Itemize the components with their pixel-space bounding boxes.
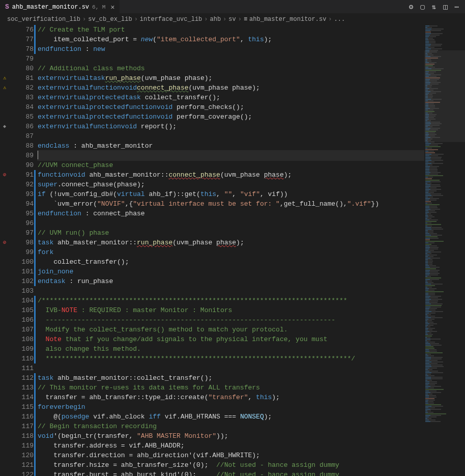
code-line[interactable]: extern virtual protected task collect_tr… (38, 93, 465, 102)
code-line[interactable]: void'(begin_tr(transfer, "AHB MASTER Mon… (38, 431, 465, 441)
code-line[interactable]: IVB-NOTE : REQUIRED : master Monitor : M… (38, 305, 465, 315)
code-line[interactable]: endtask : run_phase (38, 276, 465, 286)
breadcrumb-item[interactable]: interface_uvc_lib (140, 16, 202, 23)
code-line[interactable]: extern virtual function void connect_pha… (38, 83, 465, 93)
code-line[interactable] (38, 218, 465, 228)
breadcrumb-item[interactable]: sv (228, 16, 236, 23)
breadcrumb-item[interactable]: ahb_master_monitor.sv (249, 16, 326, 23)
tab-bar: S ahb_master_monitor.sv 6, M ✕ ⚙ ▢ ⇅ ◫ ⋯ (0, 0, 465, 14)
code-line[interactable]: forever begin (38, 402, 465, 412)
split-down-icon[interactable]: ▢ (420, 3, 424, 11)
code-line[interactable]: extern virtual protected function void p… (38, 112, 465, 122)
gear-icon[interactable]: ⚙ (409, 3, 413, 11)
code-line[interactable]: transfer.hsize = ahb_transfer_size'(0); … (38, 460, 465, 470)
code-line[interactable]: transfer.address = vif.AHB_HADDR; (38, 441, 465, 451)
code-line[interactable]: Note that if you change/add signals to t… (38, 334, 465, 344)
code-line[interactable]: // UVM run() phase (38, 228, 465, 238)
code-line[interactable]: collect_transfer(); (38, 257, 465, 267)
fold-indicator[interactable] (34, 25, 36, 54)
code-line[interactable]: also change this method. (38, 344, 465, 354)
minimap[interactable] (424, 25, 465, 476)
code-line[interactable]: if (!uvm_config_db#(virtual ahb_if)::get… (38, 189, 465, 199)
code-line[interactable]: Modify the collect_transfers() method to… (38, 325, 465, 334)
code-line[interactable]: fork (38, 247, 465, 257)
code-line[interactable]: //UVM connect_phase (38, 160, 465, 170)
code-line[interactable]: transfer = ahb_transfer::type_id::create… (38, 393, 465, 402)
code-line[interactable]: super.connect_phase(phase); (38, 180, 465, 189)
diff-icon[interactable]: ⇅ (432, 3, 436, 11)
close-icon[interactable]: ✕ (110, 3, 114, 11)
code-line[interactable]: ----------------------------------------… (38, 315, 465, 325)
code-line[interactable]: // This monitor re-uses its data items f… (38, 383, 465, 393)
fold-indicator[interactable] (34, 373, 36, 476)
code-line[interactable]: endfunction : connect_phase (38, 209, 465, 218)
code-line[interactable] (38, 151, 465, 160)
fold-indicator[interactable] (34, 296, 36, 363)
code-line[interactable]: item_collected_port = new("item_collecte… (38, 35, 465, 44)
code-line[interactable]: @(posedge vif.ahb_clock iff vif.AHB_HTRA… (38, 412, 465, 422)
code-line[interactable]: endfunction : new (38, 44, 465, 54)
breadcrumb-item[interactable]: soc_verification_lib (7, 16, 80, 23)
tab-title: ahb_master_monitor.sv (12, 4, 89, 11)
breadcrumb[interactable]: soc_verification_lib › sv_cb_ex_lib › in… (0, 14, 465, 25)
code-area[interactable]: // Create the TLM port item_collected_po… (38, 25, 465, 476)
code-line[interactable] (38, 131, 465, 141)
editor-actions: ⚙ ▢ ⇅ ◫ ⋯ (409, 3, 465, 11)
code-line[interactable]: extern virtual protected function void p… (38, 102, 465, 112)
code-line[interactable] (38, 54, 465, 64)
breadcrumb-item[interactable]: ahb (210, 16, 221, 23)
code-line[interactable]: task ahb_master_monitor::run_phase(uvm_p… (38, 238, 465, 247)
code-line[interactable]: transfer.direction = ahb_direction'(vif.… (38, 451, 465, 460)
code-line[interactable]: // Create the TLM port (38, 25, 465, 35)
editor[interactable]: ⚠⚠◆⊘⊘ 7677787980818283848586878889909192… (0, 25, 465, 476)
glyph-margin: ⚠⚠◆⊘⊘ (0, 25, 9, 476)
code-line[interactable]: function void ahb_master_monitor::connec… (38, 170, 465, 180)
code-line[interactable] (38, 363, 465, 373)
tab-active[interactable]: S ahb_master_monitor.sv 6, M ✕ (0, 0, 120, 14)
code-line[interactable]: `uvm_error("NOVIF",{"virtual interface m… (38, 199, 465, 209)
code-line[interactable]: // Additional class methods (38, 64, 465, 73)
code-line[interactable]: // Begin transaction recording (38, 422, 465, 431)
fold-indicator[interactable] (34, 170, 36, 286)
breadcrumb-item[interactable]: sv_cb_ex_lib (88, 16, 132, 23)
code-line[interactable] (38, 286, 465, 296)
code-line[interactable]: extern virtual function void report(); (38, 122, 465, 131)
code-line[interactable]: task ahb_master_monitor::collect_transfe… (38, 373, 465, 383)
code-line[interactable]: extern virtual task run_phase(uvm_phase … (38, 73, 465, 83)
code-line[interactable]: join_none (38, 267, 465, 276)
tab-dirty-marker: 6, M (92, 4, 105, 10)
split-right-icon[interactable]: ◫ (443, 3, 447, 11)
code-line[interactable]: /***************************************… (38, 296, 465, 305)
code-line[interactable]: transfer.burst = ahb_burst_kind'(0); //N… (38, 470, 465, 476)
line-numbers: 7677787980818283848586878889909192939495… (9, 25, 38, 476)
breadcrumb-item[interactable]: ... (334, 16, 345, 23)
more-icon[interactable]: ⋯ (455, 3, 459, 11)
code-line[interactable]: ****************************************… (38, 354, 465, 363)
code-line[interactable]: endclass : ahb_master_monitor (38, 141, 465, 151)
file-icon: S (5, 3, 9, 11)
